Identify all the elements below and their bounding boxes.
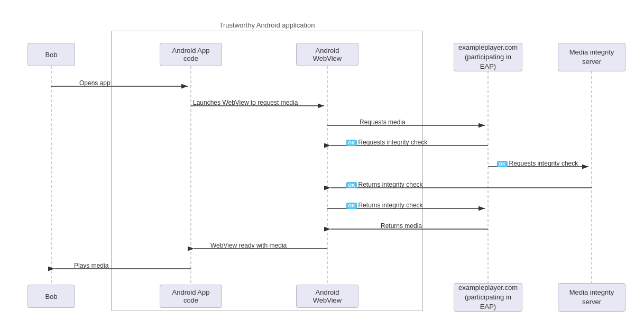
msg-req-integrity-1: OKRequests integrity check — [346, 139, 427, 146]
ok-badge-3: OK — [346, 182, 357, 188]
boundary-label: Trustworthy Android application — [111, 21, 423, 29]
msg-opens-app: Opens app — [79, 79, 111, 87]
msg-returns-media: Returns media — [381, 222, 422, 230]
actor-example-bottom: exampleplayer.com(participating in EAP) — [454, 283, 522, 312]
actor-bob-top: Bob — [27, 43, 75, 66]
msg-ret-integrity-2: OKReturns integrity check — [346, 202, 423, 209]
msg-ret-integrity-1: OKReturns integrity check — [346, 181, 423, 188]
msg-launches-webview: Launches WebView to request media — [193, 99, 298, 106]
boundary-rect — [111, 31, 423, 311]
msg-requests-media: Requests media — [360, 119, 406, 126]
actor-webview-top: Android WebView — [296, 43, 358, 66]
msg-webview-ready: WebView ready with media — [210, 242, 287, 249]
ok-badge-4: OK — [346, 203, 357, 209]
ok-badge-1: OK — [346, 140, 357, 146]
actor-example-top: exampleplayer.com(participating in EAP) — [454, 43, 522, 71]
msg-plays-media: Plays media — [74, 262, 108, 269]
actor-integrity-bottom: Media integrity server — [558, 283, 625, 312]
ok-badge-2: OK — [497, 161, 508, 167]
actor-appcode-bottom: Android App code — [160, 285, 222, 308]
msg-req-integrity-2: OKRequests integrity check — [497, 160, 578, 167]
actor-bob-bottom: Bob — [27, 285, 75, 308]
actor-appcode-top: Android App code — [160, 43, 222, 66]
actor-webview-bottom: Android WebView — [296, 285, 358, 308]
sequence-diagram: Trustworthy Android application — [0, 0, 644, 328]
actor-integrity-top: Media integrity server — [558, 43, 625, 71]
